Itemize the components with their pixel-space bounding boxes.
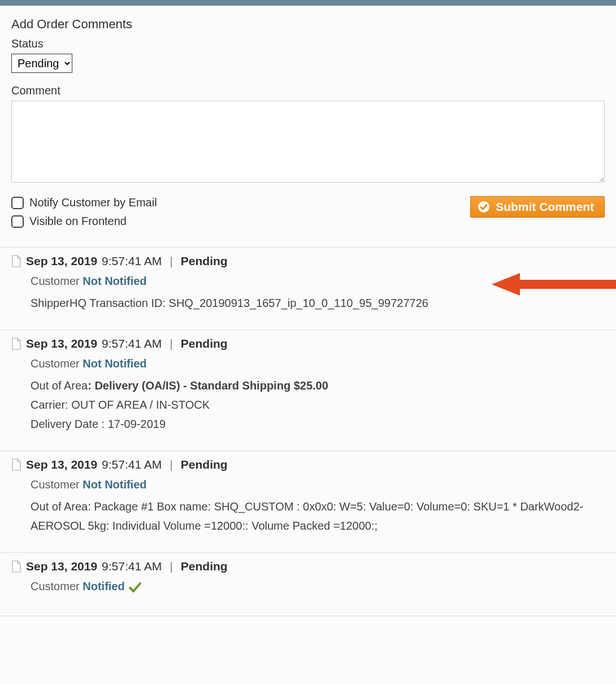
notify-customer-checkbox[interactable] (11, 197, 24, 209)
history-date: Sep 13, 2019 (26, 560, 97, 573)
status-label: Status (11, 37, 605, 50)
history-status: Pending (181, 458, 228, 471)
customer-notification-line: Customer Notified (11, 580, 605, 593)
comment-textarea[interactable] (11, 101, 605, 183)
panel-heading: Add Order Comments (11, 17, 605, 32)
pointer-arrow-icon (492, 270, 616, 298)
separator: | (166, 458, 176, 471)
history-body: Out of Area: Package #1 Box name: SHQ_CU… (11, 497, 605, 535)
notify-customer-checkbox-row[interactable]: Notify Customer by Email (11, 196, 157, 209)
notified-check-icon (128, 582, 142, 593)
notify-customer-label: Notify Customer by Email (29, 196, 157, 209)
bottom-divider (0, 616, 616, 616)
customer-label: Customer (31, 357, 80, 370)
customer-label: Customer (31, 580, 80, 592)
history-date: Sep 13, 2019 (26, 254, 97, 268)
page-icon (11, 458, 21, 471)
history-date: Sep 13, 2019 (26, 458, 97, 471)
order-comments-panel: Add Order Comments Status Pending Commen… (0, 6, 616, 616)
notification-status: Not Notified (83, 357, 146, 370)
history-body-line: Carrier: OUT OF AREA / IN-STOCK (11, 395, 605, 414)
check-circle-icon (478, 201, 490, 213)
separator: | (166, 337, 176, 350)
visible-frontend-checkbox[interactable] (11, 215, 24, 228)
customer-notification-line: Customer Not Notified (11, 357, 605, 370)
history-time: 9:57:41 AM (102, 560, 162, 573)
separator: | (166, 560, 176, 573)
history-date: Sep 13, 2019 (26, 337, 97, 350)
history-time: 9:57:41 AM (102, 337, 162, 350)
history-item: Sep 13, 2019 9:57:41 AM|PendingCustomer … (0, 451, 616, 552)
svg-point-0 (478, 201, 489, 213)
visible-frontend-checkbox-row[interactable]: Visible on Frontend (11, 215, 157, 228)
top-accent-bar (0, 0, 616, 6)
history-body: Out of Area: Delivery (OA/IS) - Standard… (11, 376, 605, 395)
submit-comment-label: Submit Comment (496, 200, 594, 214)
customer-notification-line: Customer Not Notified (11, 478, 605, 491)
comment-label: Comment (11, 84, 605, 97)
notification-status: Notified (83, 580, 124, 592)
svg-marker-1 (492, 273, 616, 296)
notification-status: Not Notified (83, 275, 146, 287)
history-status: Pending (181, 254, 228, 268)
customer-label: Customer (31, 478, 80, 491)
history-time: 9:57:41 AM (102, 254, 162, 268)
history-item: Sep 13, 2019 9:57:41 AM|PendingCustomer … (0, 247, 616, 330)
history-item: Sep 13, 2019 9:57:41 AM|PendingCustomer … (0, 552, 616, 616)
page-icon (11, 255, 21, 267)
separator: | (166, 254, 176, 268)
page-icon (11, 560, 21, 573)
visible-frontend-label: Visible on Frontend (29, 215, 127, 228)
notification-status: Not Notified (83, 478, 146, 491)
history-body-line: Delivery Date : 17-09-2019 (11, 414, 605, 434)
history-status: Pending (181, 560, 228, 573)
comment-history: Sep 13, 2019 9:57:41 AM|PendingCustomer … (0, 247, 616, 616)
page-icon (11, 337, 21, 350)
submit-comment-button[interactable]: Submit Comment (470, 196, 605, 218)
history-time: 9:57:41 AM (102, 458, 162, 471)
customer-label: Customer (31, 275, 80, 287)
history-status: Pending (181, 337, 228, 350)
history-item: Sep 13, 2019 9:57:41 AM|PendingCustomer … (0, 330, 616, 451)
status-select[interactable]: Pending (11, 54, 72, 73)
